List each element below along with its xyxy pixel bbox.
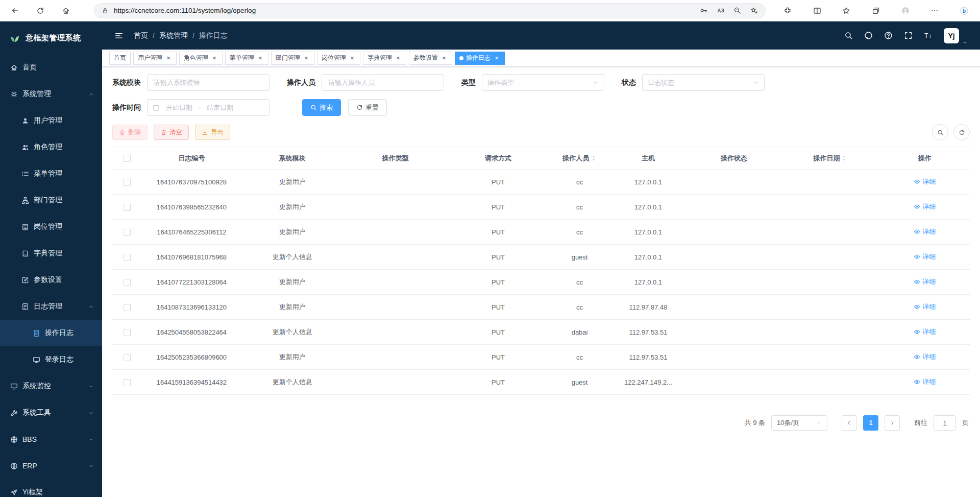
tab-close-icon[interactable]: × [211,55,218,62]
sidebar-item-menu-mgmt[interactable]: 菜单管理 [0,160,102,187]
search-button[interactable]: 搜索 [302,99,341,116]
row-checkbox[interactable] [124,279,131,286]
font-size-icon[interactable]: TT [924,31,933,40]
detail-link[interactable]: 详细 [914,352,936,362]
prev-page-button[interactable] [842,415,857,431]
jump-page-input[interactable] [934,415,956,431]
reset-button[interactable]: 重置 [348,99,387,116]
column-header-date[interactable]: 操作日期 [781,147,879,170]
sidebar-item-dept-mgmt[interactable]: 部门管理 [0,187,102,214]
tab-close-icon[interactable]: × [303,55,310,62]
sidebar-item-system-tools[interactable]: 系统工具 [0,399,102,426]
back-icon[interactable] [5,3,24,19]
tab-close-icon[interactable]: × [165,55,172,62]
key-icon[interactable] [700,7,707,14]
split-screen-icon[interactable] [810,3,825,18]
sidebar-item-post-mgmt[interactable]: 岗位管理 [0,214,102,240]
read-aloud-icon[interactable] [717,7,724,14]
sidebar-item-login-log[interactable]: 登录日志 [0,346,102,373]
tab-close-icon[interactable]: × [257,55,264,62]
home-icon[interactable] [56,3,76,19]
detail-link[interactable]: 详细 [914,377,936,387]
tab-dict-mgmt[interactable]: 字典管理× [363,52,406,65]
sidebar-item-oper-log[interactable]: 操作日志 [0,320,102,346]
breadcrumb-item[interactable]: 系统管理 [159,31,188,40]
extensions-icon[interactable] [780,3,795,18]
help-icon[interactable] [884,31,893,40]
row-checkbox[interactable] [124,304,131,311]
row-checkbox[interactable] [124,354,131,361]
favorites-icon[interactable] [839,3,854,18]
user-menu-caret-icon[interactable] [962,40,968,45]
page-size-select[interactable]: 10条/页 [771,415,827,431]
sidebar-item-system-monitor[interactable]: 系统监控 [0,373,102,399]
tab-menu-mgmt[interactable]: 菜单管理× [225,52,268,65]
tab-dept-mgmt[interactable]: 部门管理× [271,52,314,65]
detail-link[interactable]: 详细 [914,177,936,186]
search-icon[interactable] [844,31,853,40]
toggle-search-button[interactable] [932,124,948,140]
profile-icon[interactable] [898,3,913,18]
row-checkbox[interactable] [124,254,131,261]
fullscreen-icon[interactable] [904,31,913,40]
sidebar-item-log-mgmt[interactable]: 日志管理 [0,293,102,320]
refresh-table-button[interactable] [953,124,970,140]
tab-close-icon[interactable]: × [349,55,356,62]
tab-home[interactable]: 首页 [109,52,131,65]
detail-link[interactable]: 详细 [914,277,936,287]
breadcrumb-item[interactable]: 操作日志 [199,31,228,40]
export-button[interactable]: 导出 [195,125,230,140]
zoom-icon[interactable] [733,7,741,14]
tab-close-icon[interactable]: × [440,55,448,62]
sidebar-item-home[interactable]: 首页 [0,54,102,81]
detail-link[interactable]: 详细 [914,202,936,211]
detail-link[interactable]: 详细 [914,327,936,337]
row-checkbox[interactable] [124,329,131,336]
refresh-icon[interactable] [31,3,50,19]
select-all-checkbox[interactable] [124,155,131,162]
breadcrumb-item[interactable]: 首页 [134,31,148,40]
row-checkbox[interactable] [124,179,131,186]
app-logo[interactable]: 意框架管理系统 [0,21,102,54]
url-text[interactable]: https://ccnetcore.com:1101/system/log/op… [114,7,700,14]
address-bar[interactable]: https://ccnetcore.com:1101/system/log/op… [94,3,766,18]
row-checkbox[interactable] [124,229,131,236]
sort-icon[interactable] [841,155,847,161]
tab-role-mgmt[interactable]: 角色管理× [179,52,223,65]
type-select[interactable]: 操作类型 [482,74,604,91]
column-header-operator[interactable]: 操作人员 [550,147,610,170]
next-page-button[interactable] [885,415,900,431]
github-icon[interactable] [864,31,873,40]
row-checkbox[interactable] [124,379,131,386]
sidebar-item-role-mgmt[interactable]: 角色管理 [0,134,102,160]
favorite-add-icon[interactable] [750,7,758,14]
clear-button[interactable]: 清空 [154,125,189,140]
collections-icon[interactable] [868,3,884,18]
tab-close-icon[interactable]: × [493,55,500,62]
sidebar-toggle-icon[interactable] [114,31,124,40]
status-select[interactable]: 日志状态 [642,74,765,91]
sidebar-item-bbs[interactable]: BBS [0,426,102,453]
more-icon[interactable] [927,3,942,18]
detail-link[interactable]: 详细 [914,302,936,312]
operator-input[interactable] [322,74,444,91]
sidebar-item-system-mgmt[interactable]: 系统管理 [0,81,102,107]
sidebar-item-dict-mgmt[interactable]: 字典管理 [0,240,102,267]
tab-param-settings[interactable]: 参数设置× [409,52,452,65]
module-input[interactable] [147,74,270,91]
tab-close-icon[interactable]: × [395,55,402,62]
sidebar-item-erp[interactable]: ERP [0,453,102,479]
detail-link[interactable]: 详细 [914,227,936,236]
tab-post-mgmt[interactable]: 岗位管理× [317,52,360,65]
date-range-input[interactable]: 开始日期 - 结束日期 [147,99,270,116]
delete-button[interactable]: 删除 [112,125,148,140]
sidebar-item-user-mgmt[interactable]: 用户管理 [0,107,102,134]
tab-oper-log[interactable]: 操作日志× [455,52,505,65]
user-avatar[interactable]: Yj [944,28,959,43]
bing-icon[interactable]: b [957,3,972,18]
tab-user-mgmt[interactable]: 用户管理× [133,52,177,65]
sort-icon[interactable] [591,155,597,161]
sidebar-item-param-settings[interactable]: 参数设置 [0,267,102,293]
sidebar-item-yi-framework[interactable]: Yi框架 [0,479,102,497]
page-number-button[interactable]: 1 [863,415,878,431]
